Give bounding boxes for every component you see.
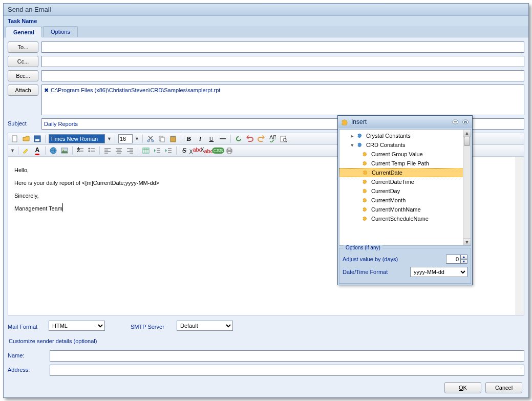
hr-icon[interactable] [218,134,227,143]
spin-up-icon[interactable]: ▲ [460,255,467,259]
smtp-label: SMTP Server [131,322,172,330]
tree-item[interactable]: CurrentDay [339,186,471,196]
attachment-list[interactable]: ✖C:\Program Files (x86)\ChristianSteven\… [41,85,524,115]
strikethrough-icon[interactable]: S [180,146,189,155]
task-name-label: Task Name [4,16,528,26]
new-doc-icon[interactable] [10,134,19,143]
list-bullet-icon[interactable] [87,146,96,155]
adjust-value-input[interactable] [446,255,460,264]
font-family-select[interactable] [49,134,105,143]
smtp-select[interactable]: Default [177,321,233,331]
refresh-icon[interactable] [234,134,243,143]
font-color-icon[interactable]: A [33,146,42,155]
svg-rect-49 [228,152,231,154]
scroll-thumb[interactable] [464,137,470,146]
tree-label: CurrentScheduleName [371,216,429,222]
ok-button[interactable]: OK [444,382,481,393]
puzzle-icon [357,141,364,149]
close-icon[interactable] [462,118,469,125]
sender-name-field[interactable] [50,350,524,362]
underline-icon[interactable]: U [207,134,216,143]
align-center-icon[interactable] [114,146,123,155]
customize-sender-label: Customize sender details (optional) [8,336,524,347]
puzzle-icon [362,187,369,195]
table-icon[interactable] [141,146,151,155]
print-icon[interactable] [225,146,234,155]
puzzle-icon [362,151,369,158]
to-field[interactable] [41,41,524,53]
tree-item-currentdate[interactable]: CurrentDate [339,168,471,177]
redo-icon[interactable] [257,134,266,143]
css-icon[interactable]: CSS [214,146,223,155]
datetime-format-select[interactable]: yyyy-MM-dd [410,267,467,277]
expand-icon[interactable]: ▸ [350,133,355,139]
tree-item[interactable]: CurrentMonth [339,196,471,205]
dropdown-icon[interactable]: ▼ [10,148,15,153]
tree-item[interactable]: CurrentDateTime [339,177,471,186]
save-icon[interactable] [33,134,42,143]
minimize-icon[interactable] [452,118,459,125]
dropdown-icon[interactable]: ▼ [135,136,139,141]
cc-button[interactable]: Cc... [8,56,38,67]
insert-popup: Insert ▸ Crystal Constants ▾ CRD Constan… [337,115,473,285]
tree-item[interactable]: Current Group Value [339,150,471,159]
tree-crd-constants[interactable]: ▾ CRD Constants [339,140,471,150]
mail-format-label: Mail Format [8,322,44,330]
italic-icon[interactable]: I [196,134,205,143]
font-size-input[interactable] [118,134,133,143]
tree-label: CurrentMonth [371,197,406,203]
tree-item[interactable]: Current Temp File Path [339,159,471,168]
cut-icon[interactable] [146,134,155,143]
bcc-button[interactable]: Bcc... [8,70,38,81]
tab-options[interactable]: Options [43,26,78,37]
to-button[interactable]: To... [8,41,38,53]
attachment-path: C:\Program Files (x86)\ChristianSteven\C… [51,87,220,93]
mail-format-select[interactable]: HTML [49,321,105,331]
tree-label: CurrentDay [371,188,400,194]
copy-icon[interactable] [157,134,166,143]
adjust-value-spinner[interactable]: ▲▼ [446,255,467,264]
list-numbered-icon[interactable]: 12 [76,146,85,155]
svg-rect-0 [12,136,17,142]
subscript-icon[interactable]: Xabc [202,146,211,155]
spellcheck-icon[interactable]: ABC [268,134,277,143]
dropdown-icon[interactable]: ▼ [107,136,112,141]
image-icon[interactable] [60,146,69,155]
svg-text:ABC: ABC [269,135,276,140]
highlight-icon[interactable] [22,146,31,155]
collapse-icon[interactable]: ▾ [350,142,355,149]
tab-strip: General Options [4,26,528,37]
superscript-icon[interactable]: Xabc [191,146,200,155]
remove-attachment-icon[interactable]: ✖ [44,87,49,93]
bcc-field[interactable] [41,70,524,81]
editor-scrollbar[interactable] [516,157,524,315]
tab-general[interactable]: General [6,27,42,37]
paste-icon[interactable] [168,134,178,143]
tree-item[interactable]: CurrentMonthName [339,205,471,214]
align-left-icon[interactable] [103,146,112,155]
cancel-button[interactable]: Cancel [485,382,522,393]
sender-address-field[interactable] [50,365,524,376]
scroll-down-icon[interactable]: ▼ [463,238,471,245]
spin-down-icon[interactable]: ▼ [460,259,467,264]
undo-icon[interactable] [245,134,254,143]
indent-icon[interactable] [164,146,173,155]
tree-crystal-constants[interactable]: ▸ Crystal Constants [339,131,471,140]
insert-popup-titlebar[interactable]: Insert [338,116,472,128]
find-icon[interactable] [279,134,288,143]
attach-button[interactable]: Attach [8,85,38,96]
cc-field[interactable] [41,56,524,67]
send-email-window: Send an Email Task Name General Options … [3,3,529,398]
outdent-icon[interactable] [153,146,162,155]
tree-label: CurrentDate [372,170,402,176]
link-icon[interactable] [49,146,58,155]
scroll-up-icon[interactable]: ▲ [463,130,471,137]
tree-scrollbar[interactable]: ▲ ▼ [463,130,471,245]
align-right-icon[interactable] [125,146,135,155]
bold-icon[interactable]: B [184,134,194,143]
svg-rect-37 [143,148,149,153]
datetime-format-label: Date/Time Format [343,269,388,275]
constants-tree[interactable]: ▸ Crystal Constants ▾ CRD Constants Curr… [339,129,471,246]
tree-item[interactable]: CurrentScheduleName [339,214,471,223]
open-icon[interactable] [22,134,31,143]
